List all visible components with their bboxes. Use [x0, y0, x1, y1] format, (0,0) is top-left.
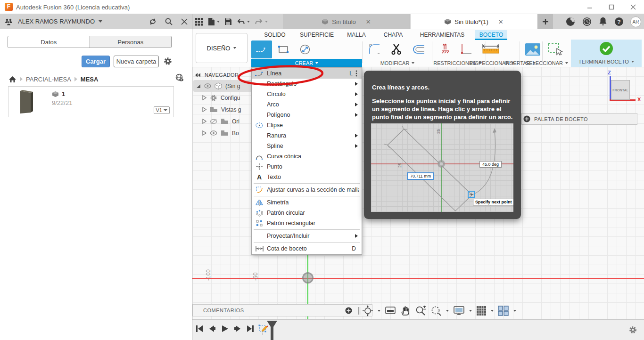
modificar-group-label[interactable]: MODIFICAR	[367, 59, 428, 67]
undo-button[interactable]	[237, 18, 250, 25]
collapsed-arrow-icon[interactable]	[202, 119, 206, 124]
select-tool-button[interactable]	[545, 40, 566, 58]
pan-hand-icon[interactable]	[400, 305, 411, 316]
insert-image-button[interactable]	[522, 40, 543, 58]
collapsed-arrow-icon[interactable]	[202, 107, 206, 112]
design-name[interactable]: 1	[62, 90, 65, 97]
menu-item-linea[interactable]: Línea L	[252, 68, 362, 79]
tab-personas[interactable]: Personas	[90, 36, 172, 48]
job-status-clock-icon[interactable]	[582, 16, 592, 27]
help-icon[interactable]: ?	[614, 16, 624, 27]
breadcrumb-project[interactable]: PARCIAL-MESA	[26, 76, 71, 83]
close-tab-icon[interactable]: ✕	[366, 18, 371, 25]
visibility-eye-icon[interactable]	[204, 83, 211, 89]
step-forward-icon[interactable]	[233, 324, 242, 333]
menu-item-poligono[interactable]: Polígono	[252, 110, 362, 120]
rectangle-tool-button[interactable]	[273, 40, 294, 58]
redo-button[interactable]	[255, 18, 268, 25]
crear-group-label[interactable]: CREAR	[251, 59, 362, 67]
menu-item-ranura[interactable]: Ranura	[252, 130, 362, 141]
app-grid-icon[interactable]	[195, 18, 203, 26]
navigator-row-sketches[interactable]: Bo	[193, 127, 251, 139]
panel-settings-gear-icon[interactable]	[163, 57, 173, 66]
menu-item-proyectar[interactable]: Proyectar/Incluir	[252, 231, 362, 241]
origin-point[interactable]	[302, 272, 314, 283]
measure-tool-button[interactable]	[479, 40, 503, 58]
maximize-button[interactable]	[601, 0, 622, 14]
visibility-eye-icon[interactable]	[210, 130, 217, 136]
navigator-row-settings[interactable]: Configu	[193, 92, 251, 104]
menu-item-curva-conica[interactable]: Curva cónica	[252, 151, 362, 162]
document-tab-1[interactable]: Sin título ✕	[283, 14, 410, 29]
grid-dropdown-caret-icon[interactable]	[491, 310, 494, 312]
offset-tool-button[interactable]	[408, 40, 429, 58]
viewports-icon[interactable]	[498, 306, 509, 316]
seleccionar-group-label[interactable]: SELECCIONAR	[522, 59, 571, 67]
close-button[interactable]	[622, 0, 644, 14]
workspace-dropdown[interactable]: DISEÑO	[196, 33, 248, 63]
expanded-arrow-icon[interactable]	[196, 84, 201, 89]
ribbon-tab-solido[interactable]: SOLIDO	[258, 30, 291, 40]
nueva-carpeta-button[interactable]: Nueva carpeta	[114, 56, 159, 67]
line-tool-button[interactable]	[251, 40, 272, 58]
collapsed-arrow-icon[interactable]	[202, 95, 206, 100]
timeline-marker[interactable]	[266, 321, 278, 340]
constraint-perpendicular-button[interactable]	[455, 40, 476, 58]
close-tab-icon[interactable]: ✕	[498, 18, 504, 25]
menu-item-patron-rectangular[interactable]: Patrón rectangular	[252, 218, 362, 228]
go-to-start-icon[interactable]	[195, 324, 204, 333]
viewcube-front-face[interactable]: FRONTAL	[611, 80, 630, 100]
menu-item-rectangulo[interactable]: Rectángulo	[252, 79, 362, 89]
user-avatar[interactable]: AR	[630, 16, 641, 27]
viewports-dropdown-caret-icon[interactable]	[513, 310, 516, 312]
step-back-icon[interactable]	[208, 324, 216, 333]
home-icon[interactable]	[8, 76, 17, 83]
menu-item-texto[interactable]: A Texto	[252, 172, 362, 182]
file-menu-button[interactable]	[208, 17, 220, 26]
sketch-palette-bar[interactable]: PALETA DE BOCETO	[521, 113, 637, 125]
ribbon-tab-herramientas[interactable]: HERRAMIENTAS	[418, 30, 467, 40]
user-name[interactable]: ALEX RAMOS RAYMUNDO	[18, 18, 95, 25]
cargar-button[interactable]: Cargar	[82, 56, 110, 67]
design-item-card[interactable]: 1 9/22/21 V1	[8, 86, 174, 117]
add-comment-icon[interactable]	[345, 307, 352, 314]
menu-item-elipse[interactable]: Elipse	[252, 120, 362, 130]
trim-tool-button[interactable]	[387, 40, 407, 58]
zoom-window-icon[interactable]	[430, 305, 442, 316]
display-settings-icon[interactable]	[453, 306, 465, 316]
menu-item-circulo[interactable]: Círculo	[252, 89, 362, 99]
view-cube[interactable]: FRONTAL Z X	[598, 70, 644, 111]
navigator-root-row[interactable]: (Sin g	[193, 80, 251, 92]
menu-item-spline[interactable]: Spline	[252, 141, 362, 151]
zoom-dropdown-caret-icon[interactable]	[446, 310, 449, 312]
expand-palette-icon[interactable]	[523, 115, 530, 122]
display-dropdown-caret-icon[interactable]	[469, 310, 472, 312]
terminar-boceto-button[interactable]: TERMINAR BOCETO	[571, 40, 642, 67]
menu-item-simetria[interactable]: Simetría	[252, 197, 362, 208]
orbit-icon[interactable]	[362, 305, 373, 316]
ribbon-tab-boceto[interactable]: BOCETO	[475, 30, 507, 40]
ribbon-tab-superficie[interactable]: SUPERFICIE	[297, 30, 337, 40]
grid-snap-icon[interactable]	[476, 306, 487, 316]
document-tab-2-active[interactable]: Sin título*(1) ✕	[411, 14, 537, 29]
save-icon[interactable]	[224, 18, 232, 25]
version-dropdown[interactable]: V1	[154, 106, 170, 114]
close-panel-icon[interactable]	[181, 18, 188, 25]
navigator-row-views[interactable]: Vistas g	[193, 104, 251, 115]
new-tab-button[interactable]	[538, 14, 553, 29]
menu-item-cota[interactable]: Cota de boceto D	[252, 243, 362, 254]
look-at-icon[interactable]	[385, 306, 396, 316]
menu-item-ajustar-curvas[interactable]: Ajustar curvas a la sección de malla	[252, 185, 362, 195]
play-icon[interactable]	[221, 324, 229, 333]
refresh-icon[interactable]	[149, 17, 157, 26]
navigator-row-origin[interactable]: Ori	[193, 115, 251, 127]
drag-handle-icon[interactable]	[358, 307, 361, 315]
constraint-coincident-button[interactable]	[436, 40, 456, 58]
notifications-bell-icon[interactable]	[598, 16, 608, 27]
go-to-end-icon[interactable]	[246, 324, 255, 333]
collapse-panel-icon[interactable]	[195, 73, 201, 77]
more-options-icon[interactable]	[355, 70, 357, 77]
minimize-button[interactable]	[579, 0, 601, 14]
extensions-icon[interactable]	[565, 16, 576, 27]
circle-tool-button[interactable]	[295, 40, 315, 58]
